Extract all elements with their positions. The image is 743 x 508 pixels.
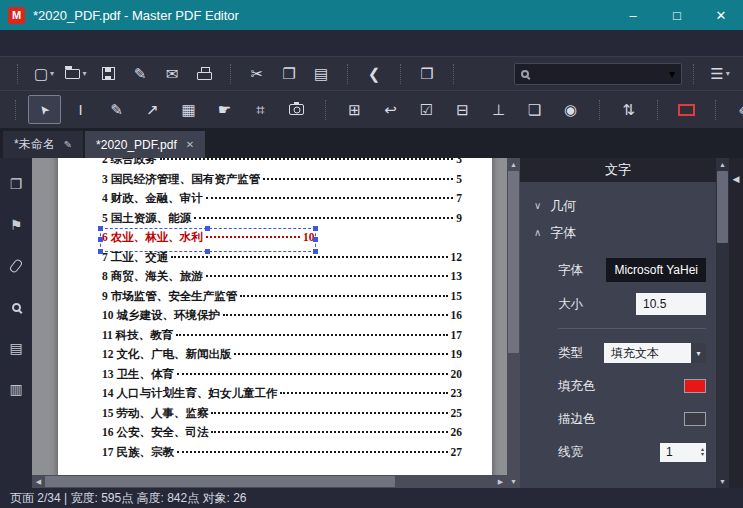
spinner-icons[interactable]: ▴▾ [701,447,706,457]
caret-down-icon[interactable]: ▾ [691,343,706,363]
menu-edit[interactable] [26,40,46,46]
snapshot-view-button[interactable]: ❒ [412,60,442,87]
main-menu-button[interactable]: ☰ ▾ [705,60,735,87]
toc-line[interactable]: 16 公安、安全、司法 26 [102,425,462,445]
camera-tool-button[interactable] [280,95,313,124]
email-button[interactable]: ✉ [157,60,187,87]
signature-field-tool-button[interactable]: ⊥ [482,95,515,124]
tab-untitled[interactable]: *未命名 ✎ [3,131,83,158]
open-file-button[interactable]: ▾ [61,60,91,87]
minimize-button[interactable]: – [611,0,655,30]
push-button-tool-button[interactable]: ↩ [374,95,407,124]
bookmarks-panel-button[interactable]: ⚑ [4,213,28,237]
paste-button[interactable]: ▤ [306,60,336,87]
edit-text-tool-button[interactable]: ✎ [100,95,133,124]
undo-button[interactable]: ❮ [359,60,389,87]
eraser-tool-button[interactable]: ✐ [728,95,743,124]
scroll-up-button[interactable]: ▲ [507,158,520,171]
attachments-panel-button[interactable] [4,254,28,278]
toc-line[interactable]: 3 国民经济管理、国有资产监管 5 [102,172,462,192]
fill-color-swatch[interactable] [684,379,706,393]
font-family-value[interactable]: Microsoft YaHei [606,258,706,282]
stroke-color-swatch[interactable] [684,412,706,426]
toc-line[interactable]: 5 国土资源、能源 9 [102,211,462,231]
type-select[interactable]: 填充文本 ▾ [604,343,706,363]
tab-2020-pdf[interactable]: *2020_PDF.pdf ✕ [85,131,205,158]
search-panel-button[interactable] [4,295,28,319]
maximize-button[interactable]: □ [655,0,699,30]
menu-document[interactable] [126,40,146,46]
pdf-page[interactable]: 2 综合政务 3 3 国民经济管理、国有资产监管 5 4 财政、金融、审计 7 [58,158,492,488]
checkbox-tool-button[interactable]: ☑ [410,95,443,124]
toc-line[interactable]: 6 农业、林业、水利 10 [102,230,314,250]
hand-tool-button[interactable]: ☛ [208,95,241,124]
crop-tool-button[interactable]: ⌗ [244,95,277,124]
search-input[interactable] [535,67,663,81]
radio-button-tool-button[interactable]: ◉ [554,95,587,124]
arrange-objects-button[interactable]: ⇅ [612,95,645,124]
redact-tool-button[interactable] [670,95,703,124]
scroll-left-button[interactable]: ◀ [32,475,45,488]
select-tool-button[interactable]: ➤ [28,95,61,124]
font-size-input[interactable]: 10.5 [636,293,706,315]
collapse-panel-button[interactable]: ◀ [733,174,740,184]
combobox-tool-button[interactable]: ⊟ [446,95,479,124]
panel-scroll-down-button[interactable]: ▼ [716,475,729,488]
section-geometry[interactable]: ∨ 几何 [534,192,712,219]
toc-line[interactable]: 14 人口与计划生育、妇女儿童工作 23 [102,386,462,406]
tab-close-icon[interactable]: ✎ [64,139,72,150]
tab-close-icon[interactable]: ✕ [186,139,194,150]
search-caret-icon[interactable]: ▾ [669,67,675,81]
text-select-tool-button[interactable]: I [64,95,97,124]
menu-help[interactable] [166,40,186,46]
toc-line[interactable]: 17 民族、宗教 27 [102,445,462,465]
horizontal-scroll-track[interactable] [45,475,494,488]
list-box-tool-button[interactable]: ❏ [518,95,551,124]
save-button[interactable] [93,60,123,87]
scroll-down-button[interactable]: ▼ [507,475,520,488]
menu-form[interactable] [106,40,126,46]
annotation-tool-button[interactable]: ↗ [136,95,169,124]
text-field-tool-button[interactable]: ⊞ [338,95,371,124]
toc-line[interactable]: 9 市场监管、安全生产监管 15 [102,289,462,309]
selection-handle[interactable] [313,237,318,242]
panel-scroll-thumb[interactable] [717,171,728,243]
horizontal-scroll-thumb[interactable] [45,476,395,487]
new-document-button[interactable]: ▢ ▾ [29,60,59,87]
toc-line[interactable]: 15 劳动、人事、监察 25 [102,406,462,426]
panel-scroll-up-button[interactable]: ▲ [716,158,729,171]
copy-button[interactable]: ❐ [274,60,304,87]
toc-line[interactable]: 12 文化、广电、新闻出版 19 [102,347,462,367]
form-fields-panel-button[interactable]: ▤ [4,336,28,360]
thumbnails-panel-button[interactable]: ❐ [4,172,28,196]
toc-line[interactable]: 4 财政、金融、审计 7 [102,191,462,211]
toc-line[interactable]: 2 综合政务 3 [102,158,462,172]
toc-line[interactable]: 10 城乡建设、环境保护 16 [102,308,462,328]
selection-handle[interactable] [98,249,103,254]
toc-line[interactable]: 13 卫生、体育 20 [102,367,462,387]
selection-handle[interactable] [98,237,103,242]
menu-object[interactable] [66,40,86,46]
line-width-input[interactable]: 1 ▴▾ [660,443,706,462]
toc-line[interactable]: 7 工业、交通 12 [102,250,462,270]
selection-handle[interactable] [205,226,210,231]
print-button[interactable] [189,60,219,87]
scroll-right-button[interactable]: ▶ [494,475,507,488]
selection-handle[interactable] [313,226,318,231]
selection-handle[interactable] [205,249,210,254]
menu-tools[interactable] [146,40,166,46]
save-as-button[interactable]: ✎ [125,60,155,87]
toc-line[interactable]: 11 科技、教育 17 [102,328,462,348]
form-editor-tool-button[interactable]: ▦ [172,95,205,124]
selection-handle[interactable] [313,249,318,254]
section-font[interactable]: ∧ 字体 [534,219,712,246]
menu-view[interactable] [46,40,66,46]
cut-button[interactable]: ✂ [242,60,272,87]
toc-line[interactable]: 8 商贸、海关、旅游 13 [102,269,462,289]
menu-annotation[interactable] [86,40,106,46]
vertical-scroll-track[interactable] [507,171,520,475]
search-box[interactable]: ▾ [514,63,682,85]
panel-scroll-track[interactable] [716,171,729,475]
menu-file[interactable] [6,40,26,46]
close-button[interactable]: ✕ [699,0,743,30]
